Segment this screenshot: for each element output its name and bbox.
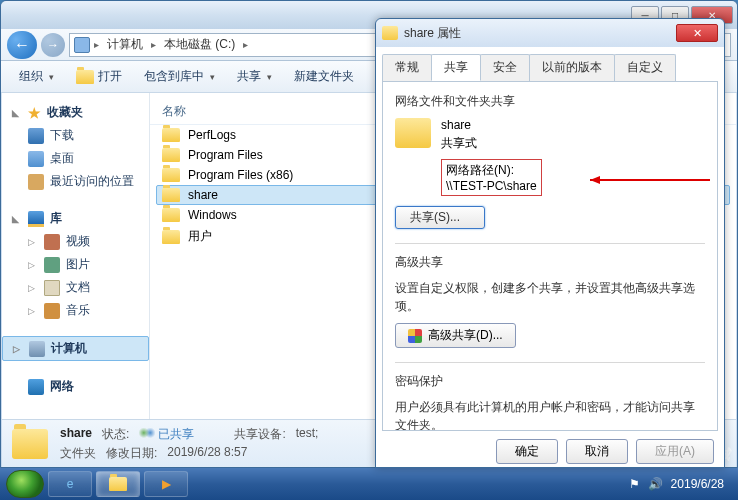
folder-icon xyxy=(12,429,48,459)
taskbar-app-ie[interactable]: e xyxy=(48,471,92,497)
forward-button[interactable]: → xyxy=(41,33,65,57)
properties-dialog: share 属性 ✕ 常规 共享 安全 以前的版本 自定义 网络文件和文件夹共享… xyxy=(375,18,725,468)
sidebar-item-videos[interactable]: ▷视频 xyxy=(2,230,149,253)
open-button[interactable]: 打开 xyxy=(66,64,132,89)
document-icon xyxy=(44,280,60,296)
tray-volume-icon[interactable]: 🔊 xyxy=(648,477,663,491)
section-title-network-sharing: 网络文件和文件夹共享 xyxy=(395,93,705,110)
dialog-title: share 属性 xyxy=(404,25,676,42)
share-name: share xyxy=(441,118,542,132)
taskbar-app-explorer[interactable] xyxy=(96,471,140,497)
sidebar-libraries[interactable]: ◣库 xyxy=(2,207,149,230)
ok-button[interactable]: 确定 xyxy=(496,439,558,464)
sidebar-item-recent[interactable]: 最近访问的位置 xyxy=(2,170,149,193)
folder-icon xyxy=(109,477,127,491)
apply-button[interactable]: 应用(A) xyxy=(636,439,714,464)
status-devices-value: test; xyxy=(296,426,319,443)
folder-icon xyxy=(382,26,398,40)
shared-badge: 已共享 xyxy=(139,426,194,443)
computer-icon xyxy=(29,341,45,357)
sidebar-favorites[interactable]: ◣★收藏夹 xyxy=(2,101,149,124)
sidebar-item-downloads[interactable]: 下载 xyxy=(2,124,149,147)
status-name: share xyxy=(60,426,92,443)
tab-previous-versions[interactable]: 以前的版本 xyxy=(529,54,615,81)
sidebar-item-documents[interactable]: ▷文档 xyxy=(2,276,149,299)
breadcrumb-drive[interactable]: 本地磁盘 (C:) xyxy=(160,34,239,55)
network-path-value: \\TEST-PC\share xyxy=(446,179,537,193)
status-date-value: 2019/6/28 8:57 xyxy=(167,445,247,462)
share-button[interactable]: 共享(S)... xyxy=(395,206,485,229)
network-path-label: 网络路径(N): xyxy=(446,162,537,179)
start-button[interactable] xyxy=(6,470,44,498)
folder-icon xyxy=(162,188,180,202)
media-icon: ▶ xyxy=(162,477,171,491)
advanced-sharing-button[interactable]: 高级共享(D)... xyxy=(395,323,516,348)
chevron-right-icon: ▸ xyxy=(243,39,248,50)
share-mode: 共享式 xyxy=(441,135,542,152)
status-type: 文件夹 xyxy=(60,445,96,462)
download-icon xyxy=(28,128,44,144)
tab-security[interactable]: 安全 xyxy=(480,54,530,81)
drive-icon xyxy=(74,37,90,53)
tab-sharing[interactable]: 共享 xyxy=(431,54,481,81)
back-button[interactable]: ← xyxy=(7,31,37,59)
chevron-down-icon: ◣ xyxy=(12,214,22,224)
dialog-titlebar[interactable]: share 属性 ✕ xyxy=(376,19,724,47)
status-date-label: 修改日期: xyxy=(106,445,157,462)
folder-icon xyxy=(395,118,431,148)
cancel-button[interactable]: 取消 xyxy=(566,439,628,464)
tray-flag-icon[interactable]: ⚑ xyxy=(629,477,640,491)
status-state-label: 状态: xyxy=(102,426,129,443)
tab-general[interactable]: 常规 xyxy=(382,54,432,81)
folder-icon xyxy=(162,168,180,182)
tab-strip: 常规 共享 安全 以前的版本 自定义 xyxy=(382,54,718,82)
network-path-highlight: 网络路径(N): \\TEST-PC\share xyxy=(441,159,542,196)
chevron-down-icon: ◣ xyxy=(12,108,22,118)
library-icon xyxy=(28,211,44,227)
folder-icon xyxy=(162,148,180,162)
chevron-right-icon: ▷ xyxy=(13,344,23,354)
video-icon xyxy=(44,234,60,250)
folder-icon xyxy=(162,128,180,142)
network-icon xyxy=(28,379,44,395)
new-folder-button[interactable]: 新建文件夹 xyxy=(284,64,364,89)
chevron-right-icon: ▸ xyxy=(151,39,156,50)
taskbar: e ▶ ⚑ 🔊 2019/6/28 xyxy=(0,468,738,500)
include-library-button[interactable]: 包含到库中 xyxy=(134,64,225,89)
star-icon: ★ xyxy=(28,105,41,121)
tab-custom[interactable]: 自定义 xyxy=(614,54,676,81)
section-title-password: 密码保护 xyxy=(395,373,705,390)
sidebar-item-music[interactable]: ▷音乐 xyxy=(2,299,149,322)
sidebar-network[interactable]: 网络 xyxy=(2,375,149,398)
status-devices-label: 共享设备: xyxy=(234,426,285,443)
folder-icon xyxy=(162,230,180,244)
open-icon xyxy=(76,70,94,84)
close-button[interactable]: ✕ xyxy=(676,24,718,42)
taskbar-app-media[interactable]: ▶ xyxy=(144,471,188,497)
chevron-right-icon: ▷ xyxy=(28,306,38,316)
tray-clock[interactable]: 2019/6/28 xyxy=(671,477,724,491)
desktop-icon xyxy=(28,151,44,167)
sidebar: ◣★收藏夹 下载 桌面 最近访问的位置 ◣库 ▷视频 ▷图片 ▷文档 ▷音乐 ▷… xyxy=(2,93,150,419)
shield-icon xyxy=(408,329,422,343)
recent-icon xyxy=(28,174,44,190)
ie-icon: e xyxy=(67,477,74,491)
chevron-right-icon: ▷ xyxy=(28,237,38,247)
section-title-advanced: 高级共享 xyxy=(395,254,705,271)
organize-button[interactable]: 组织 xyxy=(9,64,64,89)
breadcrumb-computer[interactable]: 计算机 xyxy=(103,34,147,55)
sidebar-computer[interactable]: ▷计算机 xyxy=(2,336,149,361)
chevron-right-icon: ▷ xyxy=(28,260,38,270)
share-button[interactable]: 共享 xyxy=(227,64,282,89)
dialog-footer: 确定 取消 应用(A) xyxy=(382,431,718,464)
people-icon xyxy=(139,428,155,440)
sidebar-item-desktop[interactable]: 桌面 xyxy=(2,147,149,170)
tab-content: 网络文件和文件夹共享 share 共享式 网络路径(N): \\TEST-PC\… xyxy=(382,81,718,431)
picture-icon xyxy=(44,257,60,273)
sidebar-item-pictures[interactable]: ▷图片 xyxy=(2,253,149,276)
chevron-right-icon: ▷ xyxy=(28,283,38,293)
chevron-right-icon: ▸ xyxy=(94,39,99,50)
password-desc: 用户必须具有此计算机的用户帐户和密码，才能访问共享文件夹。 xyxy=(395,398,705,431)
folder-icon xyxy=(162,208,180,222)
music-icon xyxy=(44,303,60,319)
